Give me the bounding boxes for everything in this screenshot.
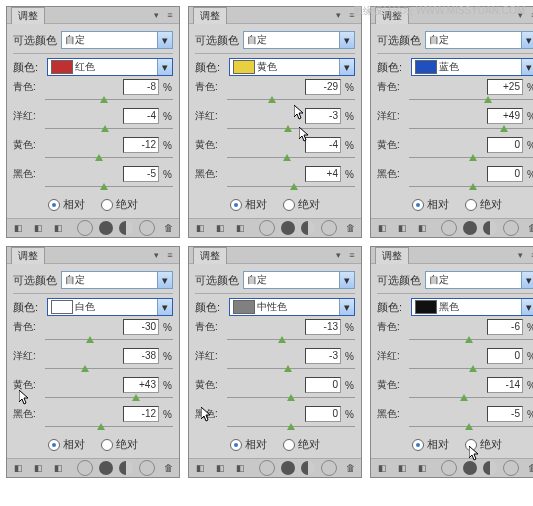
slider-thumb[interactable] (284, 365, 292, 372)
radio-absolute[interactable]: 绝对 (101, 197, 138, 212)
slider-value-input[interactable]: -14 (487, 377, 523, 393)
chevron-down-icon[interactable]: ▾ (157, 32, 172, 48)
slider-thumb[interactable] (132, 394, 140, 401)
reset-icon[interactable] (77, 460, 93, 476)
slider-value-input[interactable]: -13 (305, 319, 341, 335)
layer-icon[interactable]: ◧ (11, 221, 25, 235)
slider-value-input[interactable]: -12 (123, 137, 159, 153)
preset-dropdown[interactable]: 自定▾ (61, 271, 173, 289)
slider-track[interactable] (45, 365, 173, 373)
slider-value-input[interactable]: -4 (123, 108, 159, 124)
slider-value-input[interactable]: 0 (305, 377, 341, 393)
trash-icon[interactable]: 🗑 (343, 221, 357, 235)
chevron-down-icon[interactable]: ▾ (521, 299, 533, 315)
slider-track[interactable] (409, 125, 533, 133)
slider-track[interactable] (45, 423, 173, 431)
slider-track[interactable] (227, 154, 355, 162)
radio-relative[interactable]: 相对 (412, 437, 449, 452)
slider-thumb[interactable] (460, 394, 468, 401)
slider-track[interactable] (409, 183, 533, 191)
radio-absolute[interactable]: 绝对 (283, 437, 320, 452)
mode-dark-icon[interactable] (99, 461, 113, 475)
mode-dark-icon[interactable] (281, 221, 295, 235)
slider-track[interactable] (227, 125, 355, 133)
mode-half-icon[interactable] (483, 461, 497, 475)
mode-dark-icon[interactable] (281, 461, 295, 475)
mode-light-icon[interactable] (321, 220, 337, 236)
slider-thumb[interactable] (465, 336, 473, 343)
minimize-icon[interactable]: ▾ (333, 10, 343, 20)
radio-relative[interactable]: 相对 (48, 197, 85, 212)
slider-thumb[interactable] (469, 154, 477, 161)
layer-icon[interactable]: ◧ (11, 461, 25, 475)
channel-icon[interactable]: ◧ (213, 461, 227, 475)
slider-value-input[interactable]: -5 (487, 406, 523, 422)
visibility-icon[interactable]: ◧ (415, 461, 429, 475)
minimize-icon[interactable]: ▾ (333, 250, 343, 260)
mode-dark-icon[interactable] (99, 221, 113, 235)
mode-half-icon[interactable] (301, 221, 315, 235)
trash-icon[interactable]: 🗑 (525, 461, 533, 475)
chevron-down-icon[interactable]: ▾ (339, 32, 354, 48)
slider-thumb[interactable] (100, 96, 108, 103)
mode-half-icon[interactable] (119, 461, 133, 475)
visibility-icon[interactable]: ◧ (415, 221, 429, 235)
radio-absolute[interactable]: 绝对 (101, 437, 138, 452)
layer-icon[interactable]: ◧ (375, 221, 389, 235)
slider-value-input[interactable]: -30 (123, 319, 159, 335)
panel-tab[interactable]: 调整 (375, 247, 409, 264)
trash-icon[interactable]: 🗑 (343, 461, 357, 475)
slider-value-input[interactable]: -3 (305, 108, 341, 124)
slider-value-input[interactable]: -4 (305, 137, 341, 153)
reset-icon[interactable] (441, 220, 457, 236)
mode-light-icon[interactable] (139, 460, 155, 476)
channel-icon[interactable]: ◧ (213, 221, 227, 235)
chevron-down-icon[interactable]: ▾ (339, 59, 354, 75)
chevron-down-icon[interactable]: ▾ (157, 59, 172, 75)
slider-track[interactable] (45, 394, 173, 402)
menu-icon[interactable]: ≡ (165, 250, 175, 260)
visibility-icon[interactable]: ◧ (51, 221, 65, 235)
mode-half-icon[interactable] (483, 221, 497, 235)
slider-value-input[interactable]: -29 (305, 79, 341, 95)
slider-thumb[interactable] (268, 96, 276, 103)
slider-track[interactable] (409, 394, 533, 402)
preset-dropdown[interactable]: 自定▾ (425, 271, 533, 289)
preset-dropdown[interactable]: 自定▾ (243, 271, 355, 289)
visibility-icon[interactable]: ◧ (233, 221, 247, 235)
layer-icon[interactable]: ◧ (375, 461, 389, 475)
layer-icon[interactable]: ◧ (193, 461, 207, 475)
slider-thumb[interactable] (287, 394, 295, 401)
slider-track[interactable] (227, 365, 355, 373)
slider-thumb[interactable] (100, 183, 108, 190)
panel-tab[interactable]: 调整 (193, 7, 227, 24)
reset-icon[interactable] (259, 220, 275, 236)
mode-half-icon[interactable] (119, 221, 133, 235)
menu-icon[interactable]: ≡ (165, 10, 175, 20)
color-dropdown[interactable]: 中性色▾ (229, 298, 355, 316)
mode-light-icon[interactable] (139, 220, 155, 236)
slider-thumb[interactable] (469, 183, 477, 190)
slider-thumb[interactable] (500, 125, 508, 132)
slider-value-input[interactable]: -12 (123, 406, 159, 422)
slider-value-input[interactable]: -6 (487, 319, 523, 335)
color-dropdown[interactable]: 红色▾ (47, 58, 173, 76)
visibility-icon[interactable]: ◧ (51, 461, 65, 475)
trash-icon[interactable]: 🗑 (161, 461, 175, 475)
color-dropdown[interactable]: 蓝色▾ (411, 58, 533, 76)
reset-icon[interactable] (259, 460, 275, 476)
trash-icon[interactable]: 🗑 (161, 221, 175, 235)
reset-icon[interactable] (77, 220, 93, 236)
slider-value-input[interactable]: +25 (487, 79, 523, 95)
slider-track[interactable] (227, 336, 355, 344)
mode-dark-icon[interactable] (463, 461, 477, 475)
channel-icon[interactable]: ◧ (395, 461, 409, 475)
slider-thumb[interactable] (95, 154, 103, 161)
slider-value-input[interactable]: 0 (305, 406, 341, 422)
chevron-down-icon[interactable]: ▾ (339, 272, 354, 288)
trash-icon[interactable]: 🗑 (525, 221, 533, 235)
mode-half-icon[interactable] (301, 461, 315, 475)
slider-thumb[interactable] (97, 423, 105, 430)
slider-value-input[interactable]: -38 (123, 348, 159, 364)
preset-dropdown[interactable]: 自定▾ (61, 31, 173, 49)
